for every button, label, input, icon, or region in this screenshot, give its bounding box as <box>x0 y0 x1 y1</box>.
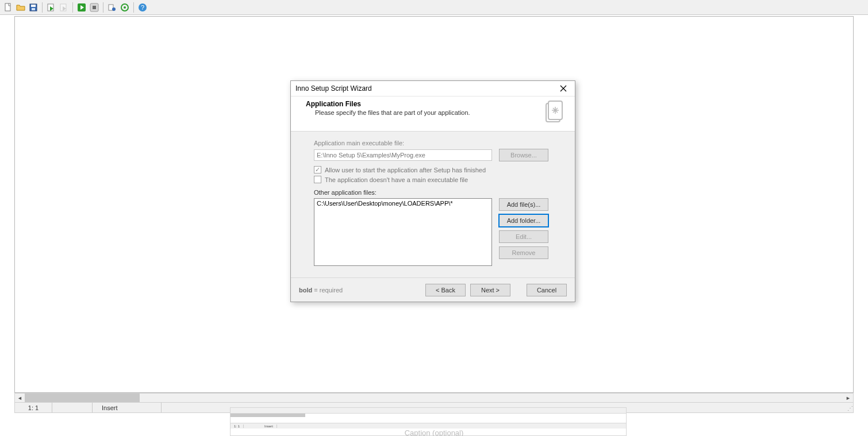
allow-start-label: Allow user to start the application afte… <box>325 167 486 173</box>
add-folder-button[interactable]: Add folder... <box>499 214 548 227</box>
scroll-right-icon[interactable]: ► <box>843 393 853 402</box>
toolbar-separator <box>72 2 73 13</box>
dialog-footer: bold = required < Back Next > Cancel <box>291 277 575 302</box>
run-icon[interactable] <box>76 2 87 13</box>
scroll-thumb[interactable] <box>25 393 140 402</box>
dialog-title-text: Inno Setup Script Wizard <box>295 84 372 92</box>
other-files-listbox[interactable]: C:\Users\User\Desktop\money\LOADERS\APP\… <box>314 198 492 266</box>
dialog-titlebar[interactable]: Inno Setup Script Wizard <box>291 81 575 97</box>
save-icon[interactable] <box>28 2 39 13</box>
caption-placeholder: Caption (optional) <box>405 429 464 436</box>
horizontal-scrollbar[interactable]: ◄ ► <box>14 393 854 403</box>
wizard-page-icon <box>544 100 564 125</box>
list-item[interactable]: C:\Users\User\Desktop\money\LOADERS\APP\… <box>317 200 489 207</box>
resize-grip-icon[interactable]: ⋰ <box>844 403 853 412</box>
dialog-body: Application main executable file: Browse… <box>291 132 575 277</box>
close-icon[interactable] <box>556 83 570 94</box>
target-icon[interactable] <box>119 2 130 13</box>
svg-point-10 <box>112 7 116 11</box>
exe-path-input <box>314 149 492 161</box>
stop-icon[interactable] <box>89 2 100 13</box>
status-empty <box>52 403 93 412</box>
dialog-subheading: Please specify the files that are part o… <box>306 109 539 116</box>
dialog-heading: Application Files <box>306 100 539 108</box>
svg-rect-3 <box>32 8 35 10</box>
allow-start-checkbox[interactable] <box>314 166 321 173</box>
toolbar-separator <box>103 2 103 13</box>
toolbar-separator <box>42 2 43 13</box>
svg-rect-0 <box>5 3 10 11</box>
build-disabled-icon <box>58 2 70 13</box>
next-button[interactable]: Next > <box>470 284 510 296</box>
debugger-icon[interactable] <box>106 2 118 13</box>
dialog-header: Application Files Please specify the fil… <box>291 97 575 132</box>
svg-point-12 <box>124 6 126 9</box>
no-main-exe-checkbox[interactable] <box>314 176 321 183</box>
svg-rect-2 <box>31 5 36 7</box>
add-files-button[interactable]: Add file(s)... <box>499 198 548 211</box>
cancel-button[interactable]: Cancel <box>527 284 567 296</box>
scroll-left-icon[interactable]: ◄ <box>15 393 25 402</box>
browse-button: Browse... <box>499 149 548 161</box>
thumb-pos: 1: 1 <box>231 425 244 428</box>
main-toolbar: ? <box>0 0 868 15</box>
toolbar-separator <box>133 2 134 13</box>
scroll-track[interactable] <box>25 393 843 402</box>
status-mode: Insert <box>93 403 162 412</box>
other-files-label: Other application files: <box>314 189 563 196</box>
new-file-icon[interactable] <box>2 2 14 13</box>
svg-text:?: ? <box>141 4 144 11</box>
exe-label: Application main executable file: <box>314 140 563 146</box>
edit-button: Edit... <box>499 230 548 243</box>
wizard-dialog: Inno Setup Script Wizard Application Fil… <box>290 80 575 302</box>
back-button[interactable]: < Back <box>425 284 466 296</box>
status-position: 1: 1 <box>15 403 52 412</box>
no-main-exe-label: The application doesn't have a main exec… <box>325 176 468 183</box>
required-hint: bold = required <box>299 287 343 294</box>
svg-rect-8 <box>93 6 96 9</box>
remove-button: Remove <box>499 246 548 259</box>
open-folder-icon[interactable] <box>15 2 26 13</box>
help-icon[interactable]: ? <box>137 2 148 13</box>
compile-icon[interactable] <box>45 2 57 13</box>
thumb-mode: Insert <box>261 425 277 428</box>
